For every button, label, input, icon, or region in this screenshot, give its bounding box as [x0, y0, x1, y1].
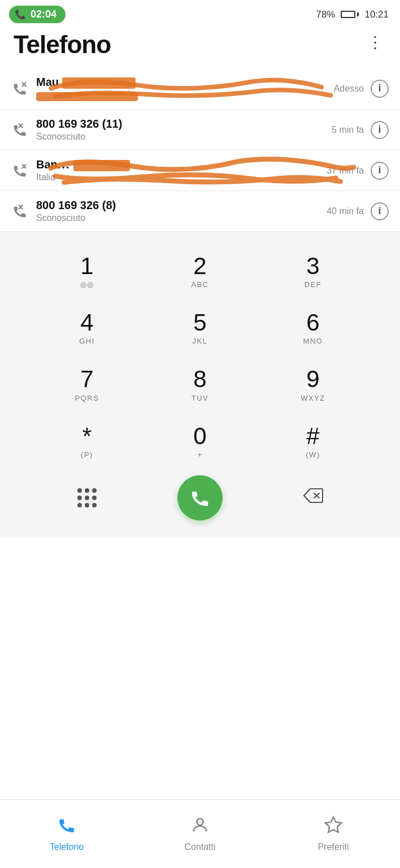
call-log-item-1[interactable]: Mau Adesso i	[0, 68, 400, 110]
dial-key-7[interactable]: 7 PQRS	[31, 356, 144, 413]
call-name-1: Mau	[36, 76, 334, 89]
info-button-3[interactable]: i	[371, 162, 389, 180]
call-log-item-4[interactable]: 800 169 326 (8) Sconosciuto 40 min fa i	[0, 191, 400, 232]
bottom-nav: Telefono Contatti Preferiti	[0, 799, 400, 868]
call-info-4: 800 169 326 (8) Sconosciuto	[36, 199, 327, 223]
info-button-2[interactable]: i	[371, 121, 389, 139]
info-button-4[interactable]: i	[371, 202, 389, 220]
call-meta-4: 40 min fa i	[327, 202, 389, 220]
call-button-cell	[144, 475, 256, 520]
nav-label-telefono: Telefono	[50, 842, 84, 852]
clock: 10:21	[364, 9, 389, 20]
backspace-button[interactable]	[256, 483, 369, 512]
call-type-icon-1	[9, 78, 31, 99]
dial-key-6[interactable]: 6 MNO	[256, 300, 369, 356]
nav-label-contatti: Contatti	[184, 842, 215, 852]
call-info-3: Ban... Italia	[36, 158, 327, 183]
call-time-4: 40 min fa	[327, 206, 364, 216]
call-type-icon-3	[9, 160, 31, 181]
svg-point-0	[197, 819, 203, 825]
phone-icon-small: 📞	[15, 9, 26, 20]
call-duration: 02:04	[31, 8, 56, 20]
phone-nav-icon	[57, 815, 76, 839]
dial-key-8[interactable]: 8 TUV	[144, 356, 256, 413]
call-type-icon-4	[9, 201, 31, 222]
dialpad-actions	[31, 470, 369, 532]
nav-item-telefono[interactable]: Telefono	[0, 800, 133, 868]
call-log-item-3[interactable]: Ban... Italia 37 min fa i	[0, 150, 400, 191]
call-name-3: Ban...	[36, 158, 327, 171]
dial-key-4[interactable]: 4 GHI	[31, 300, 144, 356]
dial-key-9[interactable]: 9 WXYZ	[256, 356, 369, 413]
nav-item-contatti[interactable]: Contatti	[133, 800, 267, 868]
dial-key-star[interactable]: * (P)	[31, 413, 144, 470]
call-time-3: 37 min fa	[327, 166, 364, 176]
dial-key-0[interactable]: 0 +	[144, 413, 256, 470]
call-meta-1: Adesso i	[334, 80, 389, 98]
call-pill: 📞 02:04	[9, 6, 66, 23]
call-name-2: 800 169 326 (11)	[36, 118, 332, 131]
dialpad-section: 1 ◎◎ 2 ABC 3 DEF 4 GHI 5 JKL 6 MNO 7 PQR…	[0, 232, 400, 537]
dial-key-hash[interactable]: # (W)	[256, 413, 369, 470]
dialpad-grid: 1 ◎◎ 2 ABC 3 DEF 4 GHI 5 JKL 6 MNO 7 PQR…	[31, 243, 369, 470]
status-bar: 📞 02:04 78% 10:21	[0, 0, 400, 26]
call-time-1: Adesso	[334, 84, 364, 94]
backspace-icon[interactable]	[298, 483, 328, 512]
call-log: Mau Adesso i 800 169 326 (	[0, 68, 400, 232]
battery-percent: 78%	[316, 9, 335, 20]
call-sub-3: Italia	[36, 172, 327, 183]
dialpad-extra-button[interactable]	[31, 488, 144, 507]
more-options-button[interactable]: ⋮	[363, 31, 389, 54]
call-meta-2: 5 min fa i	[332, 121, 389, 139]
dial-key-5[interactable]: 5 JKL	[144, 300, 256, 356]
call-info-1: Mau	[36, 76, 334, 101]
call-sub-4: Sconosciuto	[36, 213, 327, 223]
call-time-2: 5 min fa	[332, 125, 364, 135]
nav-item-preferiti[interactable]: Preferiti	[267, 800, 400, 868]
call-info-2: 800 169 326 (11) Sconosciuto	[36, 118, 332, 142]
call-name-4: 800 169 326 (8)	[36, 199, 327, 212]
call-meta-3: 37 min fa i	[327, 162, 389, 180]
dots-grid-icon[interactable]	[77, 488, 97, 507]
star-nav-icon	[324, 815, 343, 839]
contacts-nav-icon	[190, 815, 210, 839]
call-button[interactable]	[177, 475, 223, 520]
info-button-1[interactable]: i	[371, 80, 389, 98]
battery-icon	[341, 11, 359, 18]
nav-label-preferiti: Preferiti	[318, 842, 349, 852]
dial-key-2[interactable]: 2 ABC	[144, 243, 256, 300]
call-type-icon-2	[9, 119, 31, 141]
dial-key-1[interactable]: 1 ◎◎	[31, 243, 144, 300]
status-right: 78% 10:21	[316, 9, 389, 20]
call-log-item-2[interactable]: 800 169 326 (11) Sconosciuto 5 min fa i	[0, 110, 400, 150]
app-header: Telefono ⋮	[0, 26, 400, 59]
page-title: Telefono	[14, 31, 111, 59]
dial-key-3[interactable]: 3 DEF	[256, 243, 369, 300]
call-sub-2: Sconosciuto	[36, 132, 332, 142]
